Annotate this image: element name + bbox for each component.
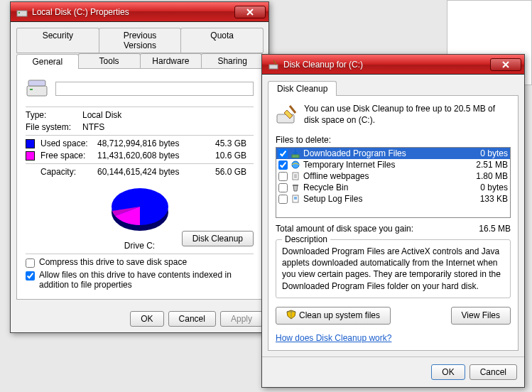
file-item-name: Setup Log Files [303, 194, 462, 204]
file-item-checkbox[interactable] [278, 160, 288, 170]
tabs-row-lower: General Tools Hardware Sharing [16, 53, 263, 69]
properties-title: Local Disk (C:) Properties [32, 7, 234, 17]
download-icon [291, 148, 300, 158]
free-human: 10.6 GB [204, 151, 246, 160]
file-item[interactable]: Recycle Bin0 bytes [276, 182, 510, 193]
file-item-name: Recycle Bin [303, 183, 462, 192]
broom-icon [268, 59, 279, 70]
filesystem-label: File system: [26, 122, 82, 132]
file-item-size: 0 bytes [465, 148, 508, 158]
properties-window: Local Disk (C:) Properties Security Prev… [10, 1, 269, 333]
cleanup-button-row: OK Cancel [262, 356, 524, 387]
file-item-name: Temporary Internet Files [303, 160, 462, 170]
tab-general[interactable]: General [16, 54, 79, 69]
tab-previous-versions[interactable]: Previous Versions [99, 28, 182, 53]
cleanup-intro-text: You can use Disk Cleanup to free up to 2… [304, 103, 511, 128]
tabs-row-upper: Security Previous Versions Quota [16, 28, 263, 53]
tab-disk-cleanup[interactable]: Disk Cleanup [268, 81, 337, 96]
compress-checkbox[interactable] [26, 258, 35, 268]
cleanup-tabs: Disk Cleanup [268, 80, 519, 96]
file-item-size: 2.51 MB [465, 160, 508, 170]
svg-rect-1 [18, 12, 20, 13]
type-value: Local Disk [82, 110, 254, 120]
used-swatch [26, 139, 35, 148]
disk-usage-pie [104, 183, 175, 239]
cleanup-titlebar[interactable]: Disk Cleanup for (C:) [262, 55, 524, 75]
separator [26, 254, 254, 254]
file-item[interactable]: Downloaded Program Files0 bytes [276, 148, 510, 159]
file-item-size: 1.80 MB [465, 171, 508, 181]
tab-hardware[interactable]: Hardware [140, 53, 202, 68]
total-gain-value: 16.5 MB [479, 224, 511, 234]
file-item-checkbox[interactable] [278, 195, 288, 204]
clean-system-files-label: Clean up system files [299, 310, 380, 320]
separator [26, 107, 254, 107]
free-swatch [26, 151, 35, 160]
close-button[interactable] [234, 6, 266, 18]
total-gain-label: Total amount of disk space you gain: [276, 224, 479, 234]
file-item[interactable]: Temporary Internet Files2.51 MB [276, 159, 510, 170]
used-label: Used space: [40, 138, 97, 148]
filesystem-value: NTFS [82, 122, 254, 132]
ok-button[interactable]: OK [130, 311, 163, 327]
index-label: Allow files on this drive to have conten… [39, 270, 254, 290]
cleanup-title: Disk Cleanup for (C:) [283, 60, 490, 70]
file-item-size: 133 KB [465, 194, 508, 204]
files-to-delete-label: Files to delete: [276, 135, 511, 145]
tab-sharing[interactable]: Sharing [201, 53, 264, 68]
close-button[interactable] [490, 58, 521, 71]
svg-rect-7 [269, 65, 278, 69]
separator [26, 163, 254, 164]
ie-icon [291, 160, 300, 170]
drive-icon [16, 6, 28, 18]
file-item-checkbox[interactable] [278, 149, 288, 158]
disk-cleanup-window: Disk Cleanup for (C:) Disk Cleanup You c… [261, 54, 525, 388]
file-item-name: Downloaded Program Files [303, 148, 462, 158]
properties-titlebar[interactable]: Local Disk (C:) Properties [11, 2, 268, 22]
files-listbox[interactable]: Downloaded Program Files0 bytesTemporary… [276, 147, 511, 218]
description-text: Downloaded Program Files are ActiveX con… [282, 246, 504, 292]
svg-rect-4 [28, 80, 45, 86]
view-files-button[interactable]: View Files [451, 307, 511, 325]
capacity-label: Capacity: [40, 167, 97, 177]
svg-rect-9 [292, 155, 299, 158]
file-item-size: 0 bytes [465, 183, 508, 192]
capacity-human: 56.0 GB [204, 167, 246, 177]
file-item-checkbox[interactable] [278, 183, 288, 192]
file-item-checkbox[interactable] [278, 172, 288, 181]
used-bytes: 48,712,994,816 bytes [97, 138, 204, 148]
type-label: Type: [26, 110, 82, 120]
tab-tools[interactable]: Tools [78, 53, 141, 68]
properties-body: Security Previous Versions Quota General… [11, 22, 268, 305]
tab-quota[interactable]: Quota [180, 28, 264, 53]
capacity-bytes: 60,144,615,424 bytes [97, 167, 204, 177]
svg-rect-12 [293, 185, 298, 186]
clean-system-files-button[interactable]: Clean up system files [276, 307, 391, 325]
description-legend: Description [282, 234, 330, 244]
description-group: Description Downloaded Program Files are… [276, 239, 511, 298]
free-bytes: 11,431,620,608 bytes [97, 151, 204, 160]
tab-security[interactable]: Security [16, 28, 99, 53]
disk-cleanup-button[interactable]: Disk Cleanup [182, 231, 254, 246]
shield-icon [286, 310, 296, 322]
cleanup-panel: You can use Disk Cleanup to free up to 2… [268, 96, 519, 351]
compress-label: Compress this drive to save disk space [39, 257, 187, 267]
file-item[interactable]: Offline webpages1.80 MB [276, 170, 510, 182]
cleanup-body: Disk Cleanup You can use Disk Cleanup to… [262, 75, 524, 356]
drive-label-input[interactable] [55, 82, 254, 96]
free-label: Free space: [40, 151, 97, 160]
cancel-button[interactable]: Cancel [469, 364, 517, 380]
apply-button[interactable]: Apply [220, 311, 263, 327]
help-link[interactable]: How does Disk Cleanup work? [276, 333, 391, 343]
file-item-name: Offline webpages [303, 171, 462, 181]
index-checkbox[interactable] [26, 271, 35, 281]
cancel-button[interactable]: Cancel [168, 311, 216, 327]
svg-rect-3 [30, 89, 33, 90]
file-item[interactable]: Setup Log Files133 KB [276, 193, 510, 205]
svg-rect-2 [27, 86, 47, 96]
general-panel: Type:Local Disk File system:NTFS Used sp… [16, 69, 263, 300]
properties-button-row: OK Cancel Apply [11, 305, 268, 332]
log-icon [291, 194, 300, 204]
ok-button[interactable]: OK [431, 364, 465, 380]
separator [26, 135, 254, 136]
